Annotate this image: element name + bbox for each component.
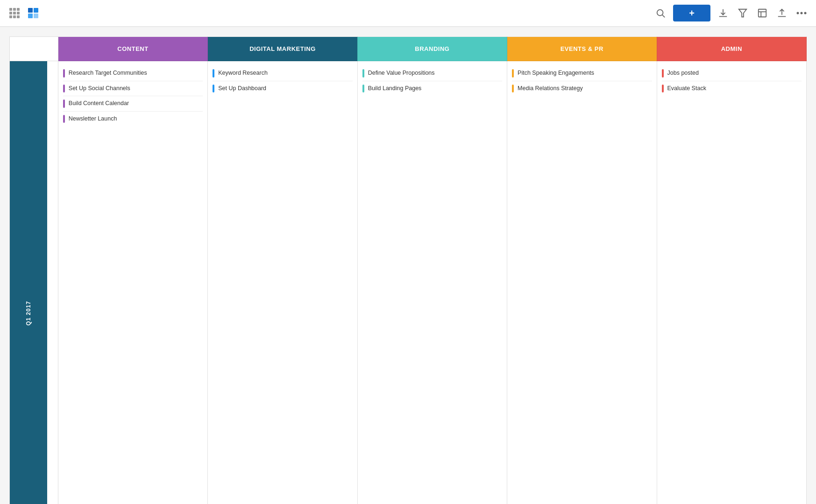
task-item[interactable]: Define Value Propositions xyxy=(362,66,502,81)
grid-view-button[interactable] xyxy=(7,6,21,20)
layout-icon xyxy=(757,8,767,18)
svg-point-8 xyxy=(804,12,807,14)
task-text: Define Value Propositions xyxy=(368,69,435,78)
toolbar-left xyxy=(7,6,649,20)
search-button[interactable] xyxy=(653,6,667,20)
add-button-label: + xyxy=(689,8,695,19)
task-text: Set Up Social Channels xyxy=(69,85,130,93)
task-bar xyxy=(512,85,514,93)
board-table: CONTENTDIGITAL MARKETINGBRANDINGEVENTS &… xyxy=(9,36,807,504)
task-bar xyxy=(63,69,65,78)
task-text: Set Up Dashboard xyxy=(218,85,266,93)
task-bar xyxy=(362,69,364,78)
task-item[interactable]: Media Relations Strategy xyxy=(512,81,652,96)
header-digital_marketing: DIGITAL MARKETING xyxy=(208,37,357,61)
task-bar xyxy=(362,85,364,93)
task-bar xyxy=(512,69,514,78)
download-button[interactable] xyxy=(716,6,730,20)
task-bar xyxy=(213,69,214,78)
task-bar xyxy=(662,69,664,78)
task-text: Build Landing Pages xyxy=(368,85,422,93)
add-button[interactable]: + xyxy=(673,5,710,21)
cell-q1_2017-digital_marketing: Keyword ResearchSet Up Dashboard xyxy=(208,61,357,504)
color-grid-view-button[interactable] xyxy=(26,6,40,20)
svg-line-1 xyxy=(662,15,665,17)
cell-q1_2017-admin: Jobs postedEvaluate Stack xyxy=(657,61,807,504)
grid-mono-icon xyxy=(9,8,20,18)
search-icon xyxy=(655,8,666,18)
toolbar: + xyxy=(0,0,816,27)
task-text: Keyword Research xyxy=(218,69,268,78)
task-item[interactable]: Keyword Research xyxy=(213,66,352,81)
task-bar xyxy=(213,85,214,93)
task-item[interactable]: Jobs posted xyxy=(662,66,802,81)
task-item[interactable]: Set Up Social Channels xyxy=(63,81,203,97)
task-bar xyxy=(662,85,664,93)
export-button[interactable] xyxy=(775,6,789,20)
row-q1_2017: Q1 2017Research Target CommunitiesSet Up… xyxy=(10,61,807,504)
export-icon xyxy=(777,8,787,18)
row-label-q1_2017: Q1 2017 xyxy=(10,61,58,504)
task-bar xyxy=(63,99,65,108)
grid-color-icon xyxy=(28,8,38,18)
task-text: Evaluate Stack xyxy=(667,85,706,93)
task-text: Jobs posted xyxy=(667,69,699,78)
svg-point-7 xyxy=(801,12,803,14)
more-icon xyxy=(796,12,807,14)
board-container: CONTENTDIGITAL MARKETINGBRANDINGEVENTS &… xyxy=(0,27,816,504)
svg-rect-3 xyxy=(759,9,766,17)
task-item[interactable]: Build Landing Pages xyxy=(362,81,502,96)
task-text: Research Target Communities xyxy=(69,69,147,78)
task-text: Newsletter Launch xyxy=(69,115,117,123)
svg-point-6 xyxy=(797,12,799,14)
task-item[interactable]: Build Content Calendar xyxy=(63,96,203,112)
header-events_pr: EVENTS & PR xyxy=(507,37,657,61)
header-empty-cell xyxy=(10,37,58,61)
header-content: CONTENT xyxy=(58,37,207,61)
task-text: Media Relations Strategy xyxy=(518,85,583,93)
cell-q1_2017-events_pr: Pitch Speaking EngagementsMedia Relation… xyxy=(507,61,657,504)
task-item[interactable]: Evaluate Stack xyxy=(662,81,802,96)
more-button[interactable] xyxy=(795,10,809,16)
task-text: Build Content Calendar xyxy=(69,99,129,108)
header-admin: ADMIN xyxy=(657,37,807,61)
filter-icon xyxy=(738,8,748,18)
task-item[interactable]: Set Up Dashboard xyxy=(213,81,352,96)
task-text: Pitch Speaking Engagements xyxy=(518,69,594,78)
toolbar-right: + xyxy=(653,5,809,21)
task-item[interactable]: Pitch Speaking Engagements xyxy=(512,66,652,81)
cell-q1_2017-branding: Define Value PropositionsBuild Landing P… xyxy=(357,61,507,504)
task-item[interactable]: Research Target Communities xyxy=(63,66,203,81)
task-bar xyxy=(63,85,65,93)
task-item[interactable]: Newsletter Launch xyxy=(63,112,203,127)
header-branding: BRANDING xyxy=(357,37,507,61)
svg-marker-2 xyxy=(739,9,747,17)
layout-button[interactable] xyxy=(755,6,769,20)
download-icon xyxy=(718,8,728,18)
cell-q1_2017-content: Research Target CommunitiesSet Up Social… xyxy=(58,61,207,504)
svg-point-0 xyxy=(657,10,663,16)
filter-button[interactable] xyxy=(736,6,750,20)
task-bar xyxy=(63,115,65,123)
